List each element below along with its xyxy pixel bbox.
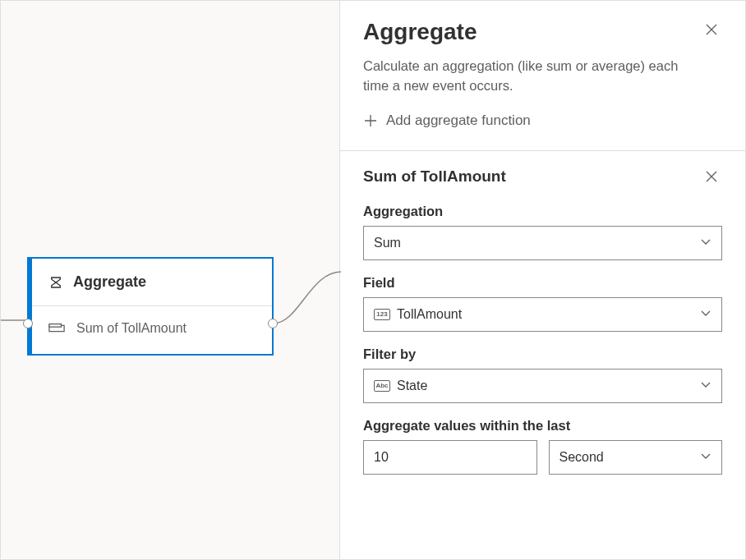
chevron-down-icon xyxy=(700,307,711,322)
text-type-icon: Abc xyxy=(374,380,390,392)
chevron-down-icon xyxy=(700,379,711,393)
node-title: Aggregate xyxy=(73,273,146,291)
close-panel-button[interactable] xyxy=(701,19,722,40)
remove-section-button[interactable] xyxy=(701,166,722,187)
section-heading: Sum of TollAmount xyxy=(363,168,506,186)
add-aggregate-label: Add aggregate function xyxy=(386,112,531,129)
filter-label: Filter by xyxy=(363,347,722,362)
panel-title: Aggregate xyxy=(363,19,477,45)
time-window-label: Aggregate values within the last xyxy=(363,418,722,434)
add-aggregate-button[interactable]: Add aggregate function xyxy=(363,111,722,145)
plus-icon xyxy=(363,113,378,128)
properties-panel: Aggregate Calculate an aggregation (like… xyxy=(339,1,745,559)
time-unit-value: Second xyxy=(560,450,604,465)
filter-value: State xyxy=(397,379,427,393)
field-dropdown[interactable]: 123 TollAmount xyxy=(363,297,722,332)
input-port[interactable] xyxy=(23,319,33,328)
time-unit-dropdown[interactable]: Second xyxy=(549,440,723,475)
filter-dropdown[interactable]: Abc State xyxy=(363,369,722,403)
field-icon xyxy=(48,323,65,334)
aggregate-node[interactable]: Aggregate Sum of TollAmount xyxy=(27,257,274,356)
number-type-icon: 123 xyxy=(374,309,390,320)
aggregation-label: Aggregation xyxy=(363,204,722,219)
svg-rect-1 xyxy=(49,324,62,328)
aggregation-value: Sum xyxy=(374,236,401,250)
field-value: TollAmount xyxy=(397,307,462,322)
chevron-down-icon xyxy=(700,450,711,465)
node-item-label: Sum of TollAmount xyxy=(76,321,186,336)
canvas[interactable]: Aggregate Sum of TollAmount xyxy=(1,1,339,559)
aggregation-dropdown[interactable]: Sum xyxy=(363,226,722,260)
time-value: 10 xyxy=(374,450,389,465)
field-label: Field xyxy=(363,275,722,291)
output-port[interactable] xyxy=(268,319,278,328)
time-value-input[interactable]: 10 xyxy=(363,440,537,475)
chevron-down-icon xyxy=(700,236,711,250)
sigma-icon xyxy=(48,275,63,290)
panel-description: Calculate an aggregation (like sum or av… xyxy=(363,57,692,96)
